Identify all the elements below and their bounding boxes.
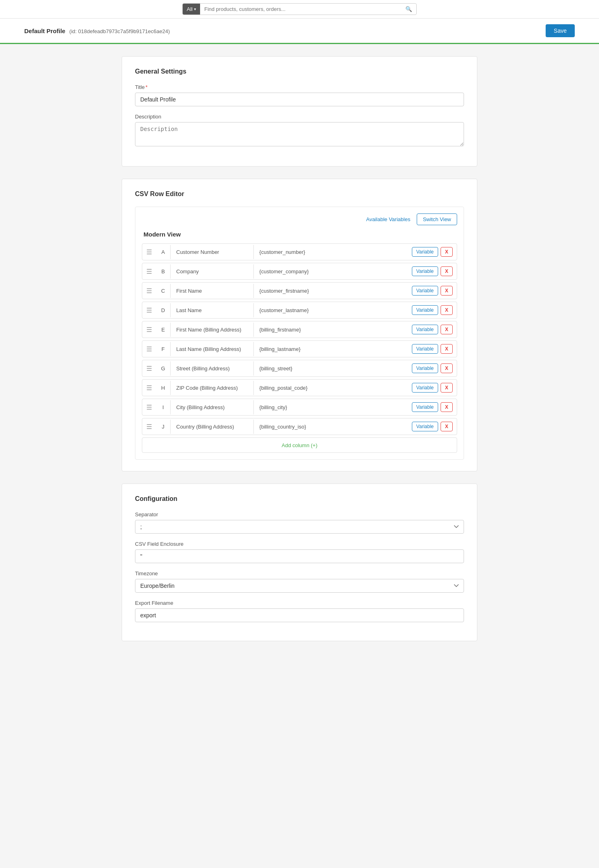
main-content: General Settings Title* Description CSV … [114, 56, 485, 641]
row-name: Company [171, 264, 254, 279]
row-letter: E [156, 323, 171, 337]
delete-button[interactable]: X [441, 422, 453, 431]
delete-button[interactable]: X [441, 305, 453, 315]
row-actions: Variable X [408, 402, 457, 412]
row-name: Last Name [171, 303, 254, 317]
row-actions: Variable X [408, 422, 457, 431]
available-variables-link[interactable]: Available Variables [366, 216, 410, 222]
table-row: ☰ J Country (Billing Address) {billing_c… [142, 418, 457, 435]
row-value: {billing_lastname} [254, 342, 408, 356]
timezone-label: Timezone [135, 570, 464, 577]
variable-button[interactable]: Variable [412, 266, 438, 276]
delete-button[interactable]: X [441, 344, 453, 354]
row-name: City (Billing Address) [171, 400, 254, 414]
add-column-button[interactable]: Add column (+) [282, 442, 318, 448]
row-name: Last Name (Billing Address) [171, 342, 254, 356]
search-all-label: All [187, 6, 192, 12]
drag-handle-icon[interactable]: ☰ [142, 365, 156, 372]
drag-handle-icon[interactable]: ☰ [142, 423, 156, 431]
delete-button[interactable]: X [441, 325, 453, 334]
variable-button[interactable]: Variable [412, 344, 438, 354]
profile-id: (id: 018defeadb7973c7a5f9b9171ec6ae24) [70, 28, 170, 34]
table-row: ☰ B Company {customer_company} Variable … [142, 263, 457, 280]
csv-field-enclosure-input[interactable] [135, 549, 464, 563]
delete-button[interactable]: X [441, 363, 453, 373]
export-filename-label: Export Filename [135, 600, 464, 606]
modern-view-label: Modern View [143, 231, 457, 238]
search-icon: 🔍 [405, 6, 412, 12]
row-actions: Variable X [408, 325, 457, 334]
drag-handle-icon[interactable]: ☰ [142, 306, 156, 314]
general-settings-title: General Settings [135, 68, 464, 75]
delete-button[interactable]: X [441, 266, 453, 276]
variable-button[interactable]: Variable [412, 402, 438, 412]
row-letter: B [156, 264, 171, 279]
timezone-select[interactable]: Europe/BerlinUTCAmerica/New_YorkAsia/Tok… [135, 579, 464, 593]
row-letter: G [156, 361, 171, 376]
row-name: Customer Number [171, 245, 254, 259]
row-value: {billing_street} [254, 361, 408, 376]
row-actions: Variable X [408, 363, 457, 373]
row-letter: H [156, 381, 171, 395]
csv-row-editor-section: CSV Row Editor Available Variables Switc… [122, 179, 477, 471]
row-letter: C [156, 284, 171, 298]
title-label: Title* [135, 84, 464, 90]
profile-title-area: Default Profile (id: 018defeadb7973c7a5f… [24, 27, 170, 34]
chevron-down-icon: ▾ [194, 7, 196, 11]
variable-button[interactable]: Variable [412, 363, 438, 373]
export-filename-input[interactable] [135, 608, 464, 622]
save-button[interactable]: Save [546, 24, 575, 37]
variable-button[interactable]: Variable [412, 383, 438, 393]
description-textarea[interactable] [135, 122, 464, 146]
search-button[interactable]: 🔍 [401, 4, 416, 15]
search-input[interactable] [200, 4, 401, 15]
configuration-title: Configuration [135, 495, 464, 503]
top-bar: All ▾ 🔍 [0, 0, 599, 19]
timezone-field-group: Timezone Europe/BerlinUTCAmerica/New_Yor… [135, 570, 464, 593]
csv-field-enclosure-group: CSV Field Enclosure [135, 541, 464, 563]
variable-button[interactable]: Variable [412, 422, 438, 431]
row-letter: J [156, 420, 171, 434]
profile-header: Default Profile (id: 018defeadb7973c7a5f… [0, 19, 599, 44]
row-letter: D [156, 303, 171, 317]
drag-handle-icon[interactable]: ☰ [142, 345, 156, 353]
row-value: {billing_firstname} [254, 323, 408, 337]
switch-view-button[interactable]: Switch View [417, 213, 457, 225]
search-all-button[interactable]: All ▾ [183, 4, 200, 15]
row-actions: Variable X [408, 305, 457, 315]
drag-handle-icon[interactable]: ☰ [142, 384, 156, 392]
row-value: {billing_country_iso} [254, 420, 408, 434]
title-input[interactable] [135, 93, 464, 106]
variable-button[interactable]: Variable [412, 247, 438, 257]
table-row: ☰ F Last Name (Billing Address) {billing… [142, 340, 457, 357]
row-value: {billing_city} [254, 400, 408, 414]
delete-button[interactable]: X [441, 247, 453, 257]
drag-handle-icon[interactable]: ☰ [142, 287, 156, 295]
drag-handle-icon[interactable]: ☰ [142, 248, 156, 256]
delete-button[interactable]: X [441, 286, 453, 296]
drag-handle-icon[interactable]: ☰ [142, 268, 156, 275]
csv-editor-title: CSV Row Editor [135, 190, 464, 198]
profile-name: Default Profile [24, 27, 65, 34]
variable-button[interactable]: Variable [412, 325, 438, 334]
variable-button[interactable]: Variable [412, 286, 438, 296]
row-actions: Variable X [408, 344, 457, 354]
separator-field-group: Separator ;,|\t [135, 511, 464, 534]
row-name: Country (Billing Address) [171, 420, 254, 434]
delete-button[interactable]: X [441, 383, 453, 393]
variable-button[interactable]: Variable [412, 305, 438, 315]
row-letter: F [156, 342, 171, 356]
row-letter: A [156, 245, 171, 259]
table-row: ☰ A Customer Number {customer_number} Va… [142, 243, 457, 260]
row-actions: Variable X [408, 286, 457, 296]
row-value: {billing_postal_code} [254, 381, 408, 395]
delete-button[interactable]: X [441, 402, 453, 412]
separator-select[interactable]: ;,|\t [135, 520, 464, 534]
row-actions: Variable X [408, 383, 457, 393]
drag-handle-icon[interactable]: ☰ [142, 326, 156, 334]
drag-handle-icon[interactable]: ☰ [142, 403, 156, 411]
table-row: ☰ D Last Name {customer_lastname} Variab… [142, 302, 457, 319]
csv-editor-inner: Available Variables Switch View Modern V… [135, 207, 464, 460]
row-value: {customer_firstname} [254, 284, 408, 298]
search-wrapper: All ▾ 🔍 [182, 3, 417, 15]
